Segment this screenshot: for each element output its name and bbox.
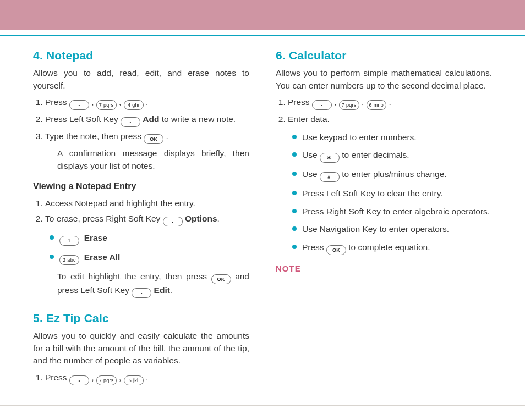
notepad-steps: Press , 7 pqrs , 4 ghi . Press Left Soft…	[33, 96, 249, 172]
edit-line: To edit highlight the entry, then press …	[57, 270, 249, 298]
post: to enter plus/minus change.	[342, 169, 446, 179]
text: Press	[45, 373, 69, 382]
soft-key-icon	[132, 288, 151, 298]
text: Enter data.	[288, 114, 330, 124]
post: to enter decimals.	[342, 150, 409, 159]
calc-b1: Use keypad to enter numbers.	[302, 131, 492, 143]
edit-a: To edit highlight the entry, then press	[57, 272, 211, 281]
note-label: NOTE	[276, 263, 492, 275]
key-7-icon: 7 pqrs	[96, 375, 117, 385]
calc-b2: Use to enter decimals.	[302, 149, 492, 163]
key-4-icon: 4 ghi	[124, 100, 144, 110]
heading-notepad: 4. Notepad	[33, 47, 249, 64]
heading-eztip: 5. Ez Tip Calc	[33, 310, 249, 327]
page-body: 4. Notepad Allows you to add, read, edit…	[33, 47, 492, 400]
calc-bullets: Use keypad to enter numbers. Use to ente…	[288, 131, 492, 255]
view-step-1: Access Notepad and highlight the entry.	[45, 197, 249, 209]
section-eztip: 5. Ez Tip Calc Allows you to quickly and…	[33, 310, 249, 385]
key-7-icon: 7 pqrs	[96, 100, 117, 110]
eztip-steps: Press , 7 pqrs , 5 jkl .	[33, 372, 249, 385]
menu-key-icon	[312, 100, 332, 110]
bullet-erase: 1 Erase	[59, 232, 249, 246]
step2-bold: Add	[143, 114, 159, 124]
heading-calculator: 6. Calculator	[276, 47, 492, 64]
text: To erase, press Right Soft Key	[45, 214, 163, 223]
pre: Press	[302, 242, 326, 252]
ok-key-icon: OK	[144, 134, 163, 144]
notepad-step-2: Press Left Soft Key Add to write a new n…	[45, 113, 249, 127]
erase-label: Erase	[84, 233, 107, 242]
step3-sub: A confirmation message displays briefly,…	[57, 147, 249, 172]
calc-intro: Allows you to perform simple mathematica…	[276, 67, 492, 92]
ok-key-icon: OK	[326, 245, 346, 255]
text: Press	[288, 97, 312, 107]
post: to complete equation.	[348, 242, 430, 252]
eztip-intro: Allows you to quickly and easily calcula…	[33, 330, 249, 367]
erase-all-label: Erase All	[84, 252, 121, 262]
calc-b5: Press Right Soft Key to enter algebraic …	[302, 206, 492, 218]
header-rule	[0, 35, 525, 36]
text: Type the note, then press	[45, 131, 144, 141]
key-5-icon: 5 jkl	[124, 375, 144, 385]
text: Press	[45, 97, 69, 107]
viewing-steps: Access Notepad and highlight the entry. …	[33, 197, 249, 298]
edit-suffix: .	[170, 285, 172, 295]
text: Press Left Soft Key	[45, 114, 121, 124]
section-calculator: 6. Calculator Allows you to perform simp…	[276, 47, 492, 274]
menu-key-icon	[69, 100, 89, 110]
pre: Use	[302, 150, 320, 159]
text2: .	[166, 131, 168, 141]
soft-key-icon	[163, 217, 183, 226]
hash-key-icon	[320, 172, 340, 182]
view-step-2: To erase, press Right Soft Key Options. …	[45, 213, 249, 298]
section-notepad: 4. Notepad Allows you to add, read, edit…	[33, 47, 249, 298]
header-banner	[0, 0, 525, 31]
options-bold: Options	[185, 214, 217, 223]
star-key-icon	[320, 153, 340, 163]
edit-bold: Edit	[154, 285, 170, 295]
key-7-icon: 7 pqrs	[339, 100, 359, 110]
soft-key-icon	[121, 117, 140, 127]
calc-b3: Use to enter plus/minus change.	[302, 168, 492, 182]
options-bullets: 1 Erase 2 abc Erase All	[45, 232, 249, 265]
notepad-step-3: Type the note, then press OK . A confirm…	[45, 130, 249, 172]
calc-steps: Press , 7 pqrs , 6 mno . Enter data. Use…	[276, 96, 492, 255]
notepad-intro: Allows you to add, read, edit, and erase…	[33, 67, 249, 92]
key-2-icon: 2 abc	[59, 255, 79, 265]
eztip-step-1: Press , 7 pqrs , 5 jkl .	[45, 372, 249, 385]
step2-suffix: to write a new note.	[159, 114, 236, 124]
calc-b6: Use Navigation Key to enter operators.	[302, 223, 492, 235]
menu-key-icon	[69, 375, 89, 385]
key-6-icon: 6 mno	[367, 100, 387, 110]
suffix: .	[217, 214, 220, 223]
footer-rule	[0, 405, 525, 406]
ok-key-icon: OK	[211, 274, 231, 284]
calc-b7: Press OK to complete equation.	[302, 241, 492, 255]
calc-b4: Press Left Soft Key to clear the entry.	[302, 187, 492, 200]
key-1-icon: 1	[59, 236, 79, 246]
pre: Use	[302, 169, 320, 179]
calc-step-1: Press , 7 pqrs , 6 mno .	[288, 96, 492, 110]
subheading-viewing: Viewing a Notepad Entry	[33, 180, 249, 192]
calc-step-2: Enter data. Use keypad to enter numbers.…	[288, 113, 492, 255]
notepad-step-1: Press , 7 pqrs , 4 ghi .	[45, 96, 249, 110]
bullet-erase-all: 2 abc Erase All	[59, 251, 249, 265]
